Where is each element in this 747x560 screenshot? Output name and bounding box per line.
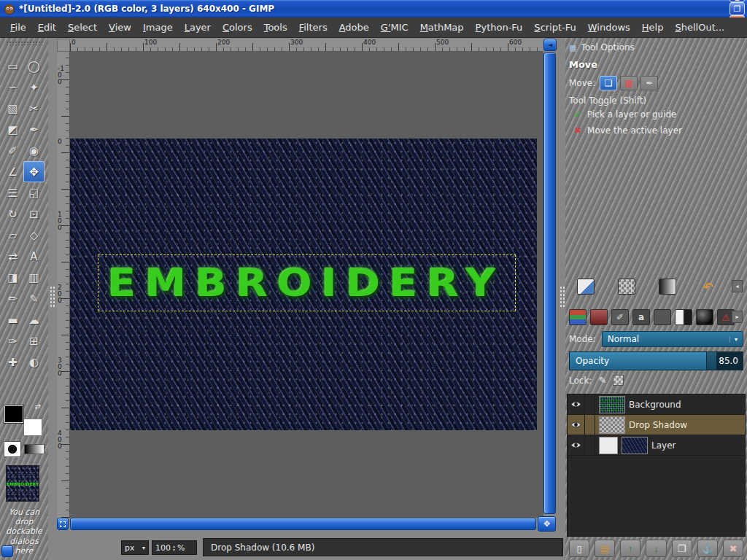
chain-toggle[interactable]: [589, 435, 595, 455]
active-image-thumbnail[interactable]: EMBROIDERY: [6, 465, 39, 502]
tool-color-picker-button[interactable]: ✐: [2, 140, 23, 161]
tool-clone-button[interactable]: ⊞: [23, 330, 44, 351]
tool-pencil-button[interactable]: ✏: [2, 288, 23, 309]
toolbox-drag-handle[interactable]: [6, 41, 42, 45]
menu-filters[interactable]: Filters: [293, 19, 333, 36]
menu-shellout[interactable]: ShellOut...: [669, 19, 730, 36]
tool-crop-button[interactable]: ◱: [23, 182, 44, 203]
tool-measure-button[interactable]: ∠: [2, 161, 23, 182]
menu-windows[interactable]: Windows: [582, 19, 636, 36]
duplicate-layer-button[interactable]: ❐: [672, 540, 692, 557]
vertical-ruler[interactable]: -1000100200300400: [57, 52, 70, 518]
right-pane-handle[interactable]: [560, 286, 565, 308]
delete-layer-button[interactable]: ✖: [723, 540, 743, 557]
ruler-corner[interactable]: [57, 39, 70, 52]
dock-scroll-left[interactable]: ◂: [732, 280, 743, 292]
visibility-toggle[interactable]: [568, 435, 585, 455]
layer-row-drop-shadow[interactable]: Drop Shadow: [568, 415, 745, 435]
menu-view[interactable]: View: [103, 19, 137, 36]
dock-scroll-right[interactable]: ▸: [732, 311, 743, 323]
tool-fuzzy-select-button[interactable]: ✦: [23, 77, 44, 98]
spin-down-icon[interactable]: ▾: [173, 548, 175, 551]
option-pick-layer-or-guide[interactable]: ✔ Pick a layer or guide: [574, 109, 682, 120]
opacity-slider[interactable]: Opacity 85.0: [569, 351, 743, 370]
menu-help[interactable]: Help: [636, 19, 670, 36]
gradients-tab[interactable]: [659, 279, 676, 295]
menu-file[interactable]: File: [4, 19, 32, 36]
tool-flip-button[interactable]: ⇄: [2, 246, 23, 267]
navigation-button[interactable]: ✥: [538, 516, 556, 532]
active-brush-preview[interactable]: [4, 441, 21, 457]
lock-pixels-icon[interactable]: ✎: [598, 375, 606, 386]
tool-bucket-fill-button[interactable]: ◨: [2, 267, 23, 288]
tool-select-by-color-button[interactable]: ▧: [2, 98, 23, 119]
tool-rotate-button[interactable]: ↻: [2, 203, 23, 225]
menu-gmic[interactable]: G'MIC: [375, 19, 414, 36]
chain-toggle[interactable]: [589, 394, 595, 414]
unit-select[interactable]: px ▾: [121, 540, 149, 555]
images-tab[interactable]: [654, 309, 671, 325]
tool-scissors-select-button[interactable]: ✂: [23, 98, 44, 119]
horizontal-ruler[interactable]: 0100200300400500600: [70, 39, 543, 52]
navigation-tab[interactable]: [696, 309, 713, 325]
mode-dropdown[interactable]: Normal ▾: [602, 331, 743, 347]
layer-row-background[interactable]: Background: [568, 394, 745, 415]
visibility-toggle[interactable]: [568, 415, 585, 435]
corner-grip[interactable]: [1, 545, 13, 557]
quick-mask-toggle[interactable]: [57, 518, 69, 530]
tool-paths-button[interactable]: ✒: [23, 119, 44, 140]
horizontal-scrollbar[interactable]: [70, 518, 536, 530]
tool-ellipse-select-button[interactable]: ◯: [23, 55, 44, 77]
tool-blend-button[interactable]: ▥: [23, 267, 44, 288]
tool-align-button[interactable]: ☰: [2, 182, 23, 203]
raise-layer-button[interactable]: ↑: [620, 540, 640, 557]
brushes-tab[interactable]: [577, 279, 595, 295]
zoom-control[interactable]: 100 ▴ ▾ %: [152, 540, 197, 555]
menu-mathmap[interactable]: MathMap: [414, 19, 470, 36]
new-layer-button[interactable]: ▯: [569, 540, 589, 557]
tool-scale-button[interactable]: ⊡: [23, 203, 44, 225]
tool-perspective-button[interactable]: ◇: [23, 225, 44, 246]
maximize-button[interactable]: ❐: [729, 2, 745, 15]
tool-airbrush-button[interactable]: ☁: [23, 309, 44, 330]
patterns-tab[interactable]: [618, 279, 635, 295]
zoom-spinner[interactable]: ▴ ▾: [173, 544, 175, 551]
channels-tab[interactable]: [590, 309, 608, 325]
tool-text-button[interactable]: A: [23, 246, 44, 267]
tool-free-select-button[interactable]: ∽: [2, 77, 23, 98]
menu-layer[interactable]: Layer: [179, 19, 217, 36]
visibility-toggle[interactable]: [568, 394, 585, 414]
layers-tab[interactable]: [569, 309, 587, 325]
menu-adobe[interactable]: Adobe: [333, 19, 375, 36]
foreground-color-swatch[interactable]: [4, 405, 23, 423]
background-color-swatch[interactable]: [23, 419, 42, 436]
menu-edit[interactable]: Edit: [32, 19, 62, 36]
new-layer-group-button[interactable]: ▤: [595, 540, 615, 557]
tool-move-button[interactable]: ✥: [23, 161, 44, 182]
histogram-tab[interactable]: [675, 309, 692, 325]
layer-row-layer[interactable]: Layer: [568, 435, 745, 456]
canvas-menu-button[interactable]: ◄: [543, 39, 557, 51]
menu-tools[interactable]: Tools: [258, 19, 293, 36]
tool-zoom-button[interactable]: ◉: [23, 140, 44, 161]
active-gradient-preview[interactable]: [24, 444, 44, 454]
titlebar[interactable]: *[Untitled]-2.0 (RGB color, 3 layers) 64…: [0, 0, 747, 18]
tool-shear-button[interactable]: ▱: [2, 225, 23, 246]
menu-python-fu[interactable]: Python-Fu: [470, 19, 529, 36]
anchor-layer-button[interactable]: ⚓: [697, 540, 718, 557]
canvas-viewport[interactable]: EMBROIDERY: [70, 52, 543, 518]
tool-options-header[interactable]: ▦ Tool Options: [569, 42, 635, 52]
move-layer-button[interactable]: ❏: [600, 76, 617, 90]
menu-colors[interactable]: Colors: [217, 19, 258, 36]
left-pane-handle[interactable]: [50, 286, 55, 308]
tool-foreground-select-button[interactable]: ◩: [2, 119, 23, 140]
tool-eraser-button[interactable]: ▬: [2, 309, 23, 330]
tool-heal-button[interactable]: ✚: [2, 351, 23, 373]
lower-layer-button[interactable]: ↓: [646, 540, 666, 557]
option-move-active-layer[interactable]: ✖ Move the active layer: [574, 125, 682, 136]
menu-select[interactable]: Select: [62, 19, 103, 36]
menu-script-fu[interactable]: Script-Fu: [528, 19, 581, 36]
tool-paintbrush-button[interactable]: ✎: [23, 288, 44, 309]
tool-dodge-burn-button[interactable]: ◐: [23, 351, 44, 373]
tool-presets-tab[interactable]: ✐: [611, 309, 629, 325]
